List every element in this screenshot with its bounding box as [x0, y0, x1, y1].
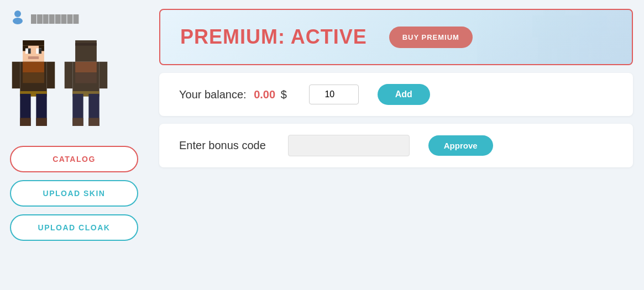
premium-label-prefix: PREMIUM:: [180, 25, 291, 48]
upload-skin-button[interactable]: UPLOAD SKIN: [10, 180, 138, 207]
balance-amount: 0.00: [254, 88, 275, 101]
approve-button[interactable]: Approve: [428, 135, 493, 156]
svg-rect-21: [36, 118, 46, 126]
svg-rect-9: [39, 49, 41, 54]
balance-label: Your balance: 0.00 $: [179, 88, 287, 101]
svg-rect-36: [532, 15, 538, 38]
bg-decoration: [510, 9, 621, 65]
user-icon: [10, 9, 25, 28]
premium-card: PREMIUM: ACTIVE BUY PREMIUM: [159, 9, 633, 65]
svg-rect-41: [579, 15, 601, 43]
svg-point-1: [13, 18, 23, 24]
svg-rect-19: [47, 62, 55, 88]
svg-rect-43: [601, 15, 607, 35]
user-section: ████████: [10, 6, 138, 31]
premium-text: PREMIUM: ACTIVE: [180, 25, 367, 49]
sidebar: ████████: [0, 0, 148, 290]
balance-card: Your balance: 0.00 $ Add: [159, 73, 633, 116]
svg-rect-31: [100, 62, 108, 88]
svg-rect-42: [574, 15, 579, 35]
svg-rect-20: [20, 118, 30, 126]
avatar-front: [10, 40, 57, 126]
svg-rect-32: [72, 118, 83, 126]
svg-rect-8: [28, 49, 31, 54]
svg-rect-10: [28, 56, 39, 59]
amount-input-wrap: [309, 85, 359, 104]
svg-rect-26: [75, 72, 97, 83]
svg-rect-12: [23, 62, 44, 72]
username: ████████: [31, 14, 79, 23]
nav-buttons: CATALOG UPLOAD SKIN UPLOAD CLOAK: [10, 146, 138, 241]
bonus-label: Enter bonus code: [179, 139, 266, 152]
svg-rect-40: [582, 9, 599, 15]
avatar-section: [10, 37, 138, 129]
svg-rect-39: [557, 49, 571, 66]
svg-rect-34: [543, 9, 566, 15]
upload-cloak-button[interactable]: UPLOAD CLOAK: [10, 214, 138, 241]
svg-rect-33: [88, 118, 99, 126]
svg-rect-3: [23, 40, 44, 46]
svg-rect-23: [75, 43, 97, 46]
svg-rect-18: [12, 62, 20, 88]
svg-point-0: [14, 10, 21, 17]
svg-rect-13: [23, 72, 44, 83]
svg-rect-35: [538, 15, 571, 49]
bonus-card: Enter bonus code Approve: [159, 124, 633, 167]
svg-rect-44: [579, 43, 589, 65]
amount-input[interactable]: [309, 85, 359, 104]
svg-rect-38: [538, 49, 552, 66]
svg-rect-25: [75, 62, 97, 72]
add-button[interactable]: Add: [378, 84, 430, 105]
balance-text: Your balance:: [179, 88, 247, 101]
buy-premium-button[interactable]: BUY PREMIUM: [389, 27, 473, 48]
bonus-input[interactable]: [288, 135, 410, 156]
avatar-back: [62, 40, 109, 126]
svg-rect-30: [65, 62, 73, 88]
premium-status: ACTIVE: [291, 25, 367, 48]
catalog-button[interactable]: CATALOG: [10, 146, 138, 172]
balance-currency: $: [281, 88, 287, 101]
svg-rect-45: [592, 43, 601, 65]
main-content: PREMIUM: ACTIVE BUY PREMIUM Your: [148, 0, 644, 290]
